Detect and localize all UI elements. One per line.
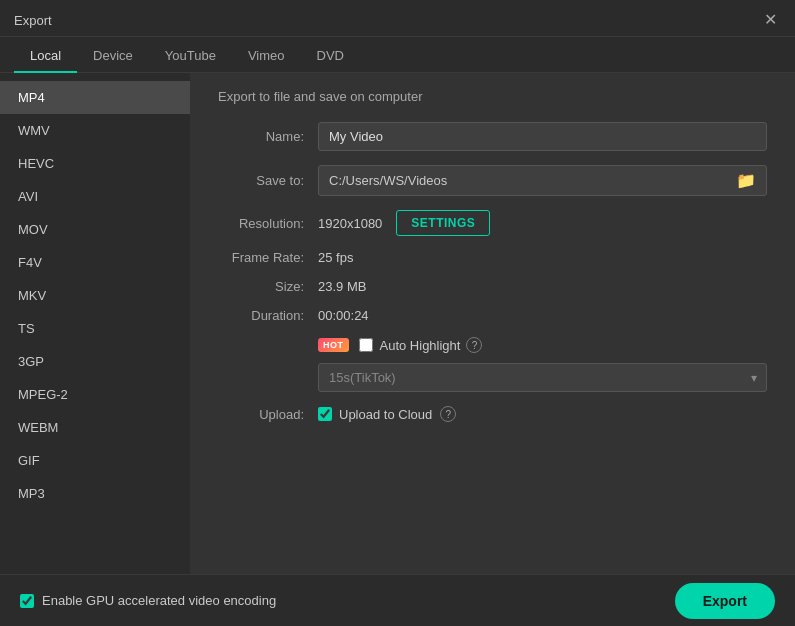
upload-help-icon[interactable]: ? (440, 406, 456, 422)
tab-local[interactable]: Local (14, 38, 77, 73)
close-button[interactable]: ✕ (760, 10, 781, 30)
upload-row: Upload: Upload to Cloud ? (218, 406, 767, 422)
sidebar-item-hevc[interactable]: HEVC (0, 147, 190, 180)
tiktok-dropdown[interactable]: 15s(TikTok) (318, 363, 767, 392)
frame-rate-label: Frame Rate: (218, 250, 318, 265)
auto-highlight-help-icon[interactable]: ? (466, 337, 482, 353)
gpu-acceleration-label[interactable]: Enable GPU accelerated video encoding (20, 593, 276, 608)
tab-youtube[interactable]: YouTube (149, 38, 232, 73)
bottom-bar: Enable GPU accelerated video encoding Ex… (0, 574, 795, 626)
sidebar-item-mov[interactable]: MOV (0, 213, 190, 246)
upload-label: Upload: (218, 407, 318, 422)
auto-highlight-wrap: HOT Auto Highlight ? (318, 337, 767, 353)
format-sidebar: MP4 WMV HEVC AVI MOV F4V MKV TS 3GP MPEG… (0, 73, 190, 619)
export-button[interactable]: Export (675, 583, 775, 619)
upload-wrap: Upload to Cloud ? (318, 406, 767, 422)
auto-highlight-label[interactable]: Auto Highlight (359, 338, 461, 353)
window-title: Export (14, 13, 52, 28)
upload-to-cloud-text: Upload to Cloud (339, 407, 432, 422)
duration-value-wrap: 00:00:24 (318, 308, 767, 323)
size-row: Size: 23.9 MB (218, 279, 767, 294)
tab-vimeo[interactable]: Vimeo (232, 38, 301, 73)
size-value-wrap: 23.9 MB (318, 279, 767, 294)
hot-badge: HOT (318, 338, 349, 352)
upload-to-cloud-checkbox[interactable] (318, 407, 332, 421)
tiktok-dropdown-container: 15s(TikTok) (318, 363, 767, 392)
duration-row: Duration: 00:00:24 (218, 308, 767, 323)
tab-dvd[interactable]: DVD (301, 38, 360, 73)
auto-highlight-checkbox[interactable] (359, 338, 373, 352)
sidebar-item-avi[interactable]: AVI (0, 180, 190, 213)
title-bar: Export ✕ (0, 0, 795, 37)
main-layout: MP4 WMV HEVC AVI MOV F4V MKV TS 3GP MPEG… (0, 73, 795, 619)
gpu-acceleration-checkbox[interactable] (20, 594, 34, 608)
gpu-acceleration-text: Enable GPU accelerated video encoding (42, 593, 276, 608)
size-value: 23.9 MB (318, 279, 366, 294)
duration-label: Duration: (218, 308, 318, 323)
save-to-label: Save to: (218, 173, 318, 188)
resolution-row: Resolution: 1920x1080 SETTINGS (218, 210, 767, 236)
tab-device[interactable]: Device (77, 38, 149, 73)
settings-button[interactable]: SETTINGS (396, 210, 490, 236)
frame-rate-row: Frame Rate: 25 fps (218, 250, 767, 265)
upload-to-cloud-label[interactable]: Upload to Cloud (318, 407, 432, 422)
tiktok-row: 15s(TikTok) (218, 363, 767, 392)
sidebar-item-f4v[interactable]: F4V (0, 246, 190, 279)
tiktok-dropdown-wrap: 15s(TikTok) (318, 363, 767, 392)
name-input[interactable] (318, 122, 767, 151)
export-content: Export to file and save on computer Name… (190, 73, 795, 619)
auto-highlight-row: HOT Auto Highlight ? (218, 337, 767, 353)
save-to-field: C:/Users/WS/Videos 📁 (318, 165, 767, 196)
frame-rate-value: 25 fps (318, 250, 353, 265)
save-to-wrap-outer: C:/Users/WS/Videos 📁 (318, 165, 767, 196)
frame-rate-value-wrap: 25 fps (318, 250, 767, 265)
sidebar-item-gif[interactable]: GIF (0, 444, 190, 477)
sidebar-item-wmv[interactable]: WMV (0, 114, 190, 147)
name-input-wrap (318, 122, 767, 151)
resolution-control: 1920x1080 SETTINGS (318, 210, 767, 236)
sidebar-item-3gp[interactable]: 3GP (0, 345, 190, 378)
save-to-row: Save to: C:/Users/WS/Videos 📁 (218, 165, 767, 196)
folder-icon[interactable]: 📁 (736, 171, 756, 190)
section-title: Export to file and save on computer (218, 89, 767, 104)
sidebar-item-mp3[interactable]: MP3 (0, 477, 190, 510)
tab-bar: Local Device YouTube Vimeo DVD (0, 37, 795, 73)
sidebar-item-mpeg2[interactable]: MPEG-2 (0, 378, 190, 411)
sidebar-item-mp4[interactable]: MP4 (0, 81, 190, 114)
duration-value: 00:00:24 (318, 308, 369, 323)
name-row: Name: (218, 122, 767, 151)
name-label: Name: (218, 129, 318, 144)
resolution-label: Resolution: (218, 216, 318, 231)
sidebar-item-mkv[interactable]: MKV (0, 279, 190, 312)
size-label: Size: (218, 279, 318, 294)
save-to-path: C:/Users/WS/Videos (329, 173, 736, 188)
auto-highlight-text: Auto Highlight (380, 338, 461, 353)
sidebar-item-webm[interactable]: WEBM (0, 411, 190, 444)
sidebar-item-ts[interactable]: TS (0, 312, 190, 345)
resolution-wrap: 1920x1080 SETTINGS (318, 210, 767, 236)
resolution-value: 1920x1080 (318, 216, 382, 231)
